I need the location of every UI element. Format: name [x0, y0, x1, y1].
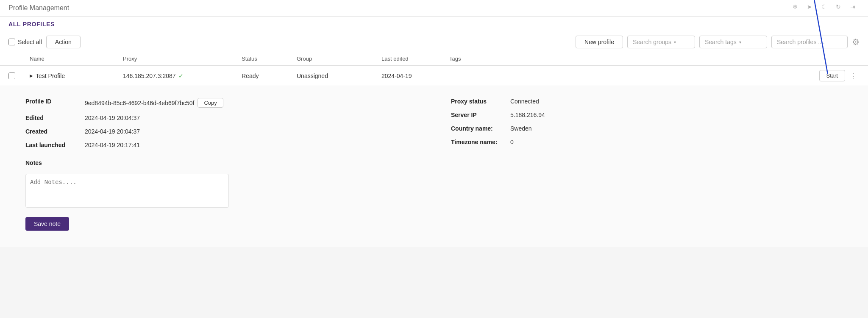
created-label: Created — [25, 128, 81, 135]
col-proxy: Proxy — [123, 56, 242, 62]
search-tags-chevron: ▾ — [739, 40, 741, 45]
proxy-cell: 146.185.207.3:2087 ✓ — [123, 73, 242, 79]
timezone-name-value: 0 — [510, 139, 514, 145]
last-edited-value: 2024-04-19 — [381, 73, 449, 79]
col-checkbox — [8, 56, 30, 62]
search-profiles-input[interactable]: Search profiles .... — [771, 36, 848, 48]
select-all-checkbox-wrap[interactable]: Select all — [8, 39, 42, 45]
moon-icon[interactable]: ☾ — [821, 3, 831, 13]
profile-id-label: Profile ID — [25, 98, 81, 105]
search-groups-label: Search groups — [633, 39, 671, 45]
col-last-edited: Last edited — [381, 56, 449, 62]
more-vert-icon: ⋮ — [849, 72, 857, 80]
server-ip-label: Server IP — [451, 112, 506, 118]
proxy-status-label: Proxy status — [451, 98, 506, 105]
save-note-button[interactable]: Save note — [25, 217, 69, 231]
profile-id-wrap: 9ed8494b-85c6-4692-b46d-4eb69f7bc50f Cop… — [85, 98, 223, 108]
search-tags-label: Search tags — [705, 39, 737, 45]
last-launched-value: 2024-04-19 20:17:41 — [85, 142, 140, 148]
proxy-status-value: Connected — [510, 98, 539, 105]
last-launched-label: Last launched — [25, 142, 81, 148]
country-name-value: Sweden — [510, 125, 532, 132]
row-actions: Start ⋮ — [449, 70, 860, 81]
profile-name-value: Test Profile — [36, 73, 65, 79]
start-button[interactable]: Start — [819, 70, 845, 81]
edited-label: Edited — [25, 114, 81, 121]
settings-gear-button[interactable]: ⚙ — [852, 37, 860, 47]
more-options-button[interactable]: ⋮ — [847, 71, 860, 81]
country-name-label: Country name: — [451, 125, 506, 132]
group-value: Unassigned — [297, 73, 381, 79]
status-value: Ready — [242, 73, 297, 79]
detail-left: Profile ID 9ed8494b-85c6-4692-b46d-4eb69… — [25, 95, 434, 234]
search-profiles-placeholder: Search profiles .... — [777, 39, 825, 45]
detail-panel: Profile ID 9ed8494b-85c6-4692-b46d-4eb69… — [0, 86, 868, 247]
col-name: Name — [30, 56, 123, 62]
timezone-name-label: Timezone name: — [451, 139, 506, 145]
table-header: Name Proxy Status Group Last edited Tags… — [0, 52, 868, 247]
search-groups-chevron: ▾ — [674, 40, 676, 45]
header-icons: ❄ ➤ ☾ ↻ ⇥ — [793, 3, 860, 13]
section-title: ALL PROFILES — [0, 17, 868, 32]
copy-button[interactable]: Copy — [198, 98, 223, 108]
detail-right: Proxy status Connected Server IP 5.188.2… — [434, 95, 843, 234]
col-tags: Tags — [449, 56, 860, 62]
gear-icon: ⚙ — [852, 37, 860, 47]
edited-value: 2024-04-19 20:04:37 — [85, 114, 140, 121]
proxy-value: 146.185.207.3:2087 — [123, 73, 176, 79]
notes-label: Notes — [25, 159, 81, 166]
col-group: Group — [297, 56, 381, 62]
search-tags-dropdown[interactable]: Search tags ▾ — [699, 36, 767, 48]
new-profile-button[interactable]: New profile — [576, 36, 623, 48]
toolbar: Select all Action New profile Search gro… — [0, 32, 868, 52]
server-ip-value: 5.188.216.94 — [510, 112, 545, 118]
app-title: Profile Management — [8, 4, 69, 12]
row-checkbox[interactable] — [8, 73, 15, 79]
notes-textarea[interactable] — [25, 174, 229, 208]
send-icon[interactable]: ➤ — [807, 3, 816, 13]
expand-arrow-icon[interactable]: ▶ — [30, 73, 33, 78]
app-header: Profile Management ❄ ➤ ☾ ↻ ⇥ — [0, 0, 868, 17]
action-button[interactable]: Action — [46, 36, 81, 48]
proxy-check-icon: ✓ — [178, 73, 184, 79]
select-all-checkbox[interactable] — [8, 39, 15, 45]
col-status: Status — [242, 56, 297, 62]
created-value: 2024-04-19 20:04:37 — [85, 128, 140, 135]
refresh-icon[interactable]: ↻ — [836, 3, 845, 13]
search-groups-dropdown[interactable]: Search groups ▾ — [627, 36, 695, 48]
select-all-label: Select all — [18, 39, 42, 45]
table-row: ▶ Test Profile 146.185.207.3:2087 ✓ Read… — [0, 66, 868, 86]
profile-id-value: 9ed8494b-85c6-4692-b46d-4eb69f7bc50f — [85, 100, 194, 106]
profile-name-cell: ▶ Test Profile — [30, 73, 123, 79]
snowflake-icon[interactable]: ❄ — [793, 3, 802, 13]
logout-icon[interactable]: ⇥ — [850, 3, 860, 13]
